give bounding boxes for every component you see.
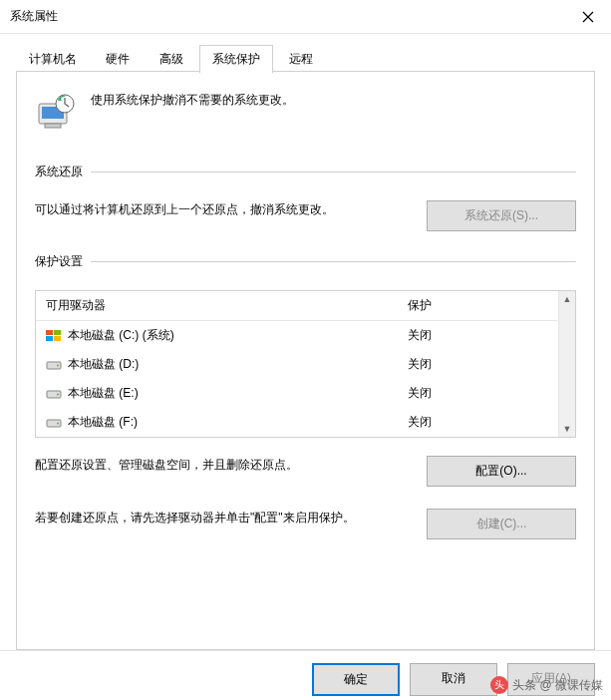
window-title: 系统属性 [10, 8, 565, 25]
tab-system-protection[interactable]: 系统保护 [199, 45, 273, 74]
titlebar: 系统属性 [0, 0, 611, 34]
svg-rect-6 [54, 330, 61, 335]
tab-body: 使用系统保护撤消不需要的系统更改。 系统还原 可以通过将计算机还原到上一个还原点… [16, 72, 595, 650]
watermark-logo-icon: 头 [490, 676, 508, 694]
divider [91, 261, 576, 262]
drive-list: 可用驱动器 保护 本地磁盘 (C:) (系统) 关闭 [35, 290, 576, 438]
system-protection-icon [35, 92, 77, 134]
intro-row: 使用系统保护撤消不需要的系统更改。 [35, 92, 576, 134]
svg-point-12 [57, 393, 59, 395]
scroll-down-icon[interactable]: ▼ [563, 421, 572, 437]
cancel-button[interactable]: 取消 [410, 663, 497, 696]
create-button[interactable]: 创建(C)... [427, 509, 576, 539]
drive-status: 关闭 [408, 327, 547, 344]
divider [91, 172, 576, 173]
svg-rect-7 [46, 336, 53, 341]
svg-rect-8 [54, 336, 61, 341]
svg-rect-2 [45, 124, 61, 128]
tab-remote[interactable]: 远程 [276, 45, 326, 74]
drive-row[interactable]: 本地磁盘 (E:) 关闭 [36, 379, 557, 408]
intro-text: 使用系统保护撤消不需要的系统更改。 [91, 92, 294, 109]
drive-status: 关闭 [408, 356, 547, 373]
tab-advanced[interactable]: 高级 [147, 45, 196, 74]
drive-status: 关闭 [408, 414, 547, 431]
svg-rect-5 [46, 330, 53, 335]
svg-point-14 [57, 422, 59, 424]
tab-strip: 计算机名 硬件 高级 系统保护 远程 [16, 44, 595, 72]
drive-row[interactable]: 本地磁盘 (F:) 关闭 [36, 408, 557, 437]
watermark-text: 头条 @ 微课传媒 [512, 677, 603, 694]
windows-drive-icon [46, 330, 62, 342]
tab-hardware[interactable]: 硬件 [93, 45, 143, 74]
col-protection: 保护 [408, 297, 547, 314]
drive-list-header: 可用驱动器 保护 [36, 291, 557, 321]
drive-row[interactable]: 本地磁盘 (C:) (系统) 关闭 [36, 321, 557, 350]
system-restore-button[interactable]: 系统还原(S)... [427, 200, 576, 231]
create-description: 若要创建还原点，请先选择驱动器并单击"配置"来启用保护。 [35, 509, 407, 527]
close-button[interactable] [565, 0, 611, 34]
configure-description: 配置还原设置、管理磁盘空间，并且删除还原点。 [35, 456, 407, 475]
section-restore-title: 系统还原 [35, 164, 83, 180]
scroll-up-icon[interactable]: ▲ [563, 291, 572, 307]
tab-computer-name[interactable]: 计算机名 [16, 45, 90, 74]
configure-button[interactable]: 配置(O)... [427, 456, 576, 487]
ok-button[interactable]: 确定 [312, 663, 400, 696]
col-available-drives: 可用驱动器 [46, 297, 408, 314]
drive-status: 关闭 [408, 385, 547, 402]
drive-name: 本地磁盘 (D:) [68, 356, 139, 373]
section-protect-title: 保护设置 [35, 253, 83, 270]
drive-icon [46, 359, 62, 371]
section-system-restore: 系统还原 可以通过将计算机还原到上一个还原点，撤消系统更改。 系统还原(S)..… [35, 164, 576, 231]
drive-name: 本地磁盘 (E:) [68, 385, 139, 402]
svg-point-10 [57, 364, 59, 366]
drive-name: 本地磁盘 (F:) [68, 414, 138, 431]
drive-icon [46, 388, 62, 400]
drive-row[interactable]: 本地磁盘 (D:) 关闭 [36, 350, 557, 379]
scrollbar[interactable]: ▲ ▼ [558, 291, 575, 437]
watermark: 头 头条 @ 微课传媒 [490, 676, 603, 694]
drive-name: 本地磁盘 (C:) (系统) [68, 327, 174, 344]
drive-icon [46, 417, 62, 429]
section-protection-settings: 保护设置 可用驱动器 保护 本地磁盘 (C:) (系统) 关闭 [35, 253, 576, 539]
restore-description: 可以通过将计算机还原到上一个还原点，撤消系统更改。 [35, 200, 407, 219]
